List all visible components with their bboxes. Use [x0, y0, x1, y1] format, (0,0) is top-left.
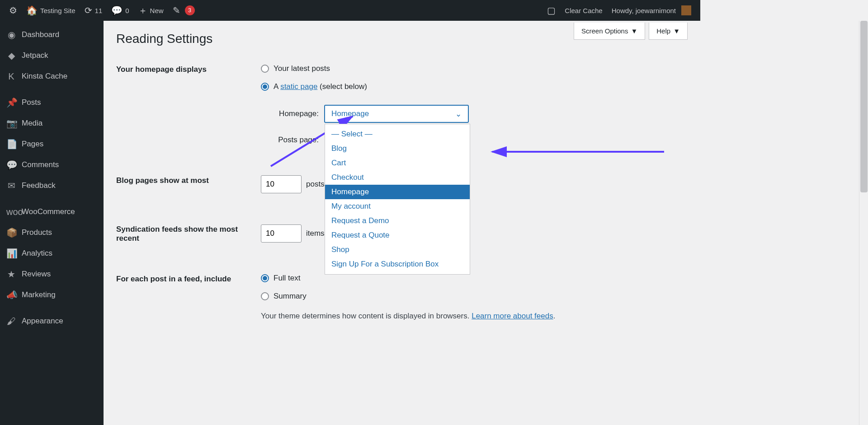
- feed-include-label: For each post in a feed, include: [116, 274, 252, 321]
- sidebar-item-posts[interactable]: 📌Posts: [0, 92, 104, 113]
- sidebar-item-pages[interactable]: 📄Pages: [0, 134, 104, 154]
- content-area: Screen Options ▼ Help ▼ Reading Settings…: [104, 21, 700, 425]
- blog-pages-label: Blog pages show at most: [116, 175, 252, 193]
- plus-icon: ＋: [138, 6, 147, 15]
- sidebar-item-label: Posts: [22, 98, 41, 107]
- radio-full-text[interactable]: Full text: [261, 274, 595, 283]
- sidebar-item-analytics[interactable]: 📊Analytics: [0, 243, 104, 264]
- yoast-icon: ✎: [173, 6, 180, 15]
- comments-count: 0: [125, 7, 129, 14]
- dropdown-option[interactable]: Shop: [325, 243, 470, 257]
- admin-toolbar: ⚙ 🏠Testing Site ⟳11 💬0 ＋New ✎3 ▢ Clear C…: [0, 0, 700, 21]
- kinsta-icon: K: [6, 72, 16, 81]
- radio-static-page[interactable]: A static page (select below): [261, 82, 595, 91]
- reviews-icon: ★: [6, 270, 16, 279]
- dropdown-option[interactable]: Blog: [325, 141, 470, 156]
- update-icon: ⟳: [85, 6, 92, 15]
- syndication-unit: items: [306, 229, 325, 238]
- marketing-icon: 📣: [6, 290, 16, 299]
- feedback-icon: ✉: [6, 181, 16, 190]
- feed-note: Your theme determines how content is dis…: [261, 312, 595, 321]
- chevron-down-icon: ▼: [673, 27, 680, 35]
- jetpack-icon: ◆: [6, 51, 16, 60]
- sidebar-item-marketing[interactable]: 📣Marketing: [0, 285, 104, 305]
- comments-bubble[interactable]: 💬0: [107, 0, 133, 21]
- site-name: Testing Site: [40, 7, 75, 14]
- dropdown-option[interactable]: Request a Demo: [325, 214, 470, 228]
- radio-icon: [261, 83, 269, 91]
- chevron-down-icon: ▼: [631, 27, 637, 35]
- sidebar-item-label: Marketing: [22, 290, 56, 299]
- sidebar-item-reviews[interactable]: ★Reviews: [0, 264, 104, 285]
- help-tab[interactable]: Help ▼: [649, 23, 688, 40]
- select-value: Homepage: [331, 109, 369, 118]
- howdy-text: Howdy, joewarnimont: [612, 7, 676, 14]
- sidebar-item-woocommerce[interactable]: wooWooCommerce: [0, 201, 104, 222]
- clear-cache[interactable]: Clear Cache: [560, 0, 607, 21]
- sidebar-item-comments[interactable]: 💬Comments: [0, 154, 104, 175]
- admin-sidebar: ◉Dashboard◆JetpackKKinsta Cache📌Posts📷Me…: [0, 21, 104, 425]
- dropdown-option[interactable]: Checkout: [325, 170, 470, 185]
- blog-pages-input[interactable]: [261, 175, 302, 193]
- wp-logo[interactable]: ⚙: [5, 0, 22, 21]
- new-label: New: [150, 7, 164, 14]
- feed-include-field: Full text Summary Your theme determines …: [261, 274, 595, 321]
- sidebar-item-products[interactable]: 📦Products: [0, 222, 104, 243]
- static-page-link[interactable]: static page: [280, 82, 317, 91]
- my-account[interactable]: Howdy, joewarnimont: [607, 0, 696, 21]
- homepage-displays-label: Your homepage displays: [116, 64, 252, 145]
- dropdown-option[interactable]: Sign Up For a Subscription Box: [325, 257, 470, 271]
- sidebar-item-label: Feedback: [22, 181, 56, 190]
- radio-label: Summary: [274, 292, 307, 301]
- text: (select below): [317, 82, 367, 91]
- sidebar-item-appearance[interactable]: 🖌Appearance: [0, 311, 104, 332]
- yoast-seo[interactable]: ✎3: [168, 0, 199, 21]
- sidebar-item-label: Kinsta Cache: [22, 72, 67, 81]
- sidebar-item-label: Dashboard: [22, 30, 59, 39]
- dropdown-option[interactable]: Cart: [325, 156, 470, 170]
- dropdown-option[interactable]: — Select —: [325, 127, 470, 141]
- text: .: [553, 312, 556, 320]
- new-content[interactable]: ＋New: [134, 0, 168, 21]
- sidebar-item-media[interactable]: 📷Media: [0, 113, 104, 134]
- sidebar-item-kinsta-cache[interactable]: KKinsta Cache: [0, 66, 104, 87]
- feeds-learn-more-link[interactable]: Learn more about feeds: [472, 312, 553, 320]
- sidebar-item-label: Products: [22, 228, 52, 237]
- sidebar-item-label: WooCommerce: [22, 207, 75, 216]
- text: Your theme determines how content is dis…: [261, 312, 472, 320]
- dropdown-option[interactable]: Homepage: [325, 185, 470, 199]
- sidebar-item-jetpack[interactable]: ◆Jetpack: [0, 45, 104, 66]
- syndication-label: Syndication feeds show the most recent: [116, 224, 252, 243]
- updates[interactable]: ⟳11: [80, 0, 107, 21]
- wordpress-icon: ⚙: [9, 6, 17, 15]
- media-icon: 📷: [6, 119, 16, 128]
- radio-summary[interactable]: Summary: [261, 292, 595, 301]
- scrollbar-thumb[interactable]: [860, 21, 868, 192]
- homepage-select[interactable]: Homepage ⌄ — Select —BlogCartCheckoutHom…: [324, 105, 469, 123]
- sidebar-item-dashboard[interactable]: ◉Dashboard: [0, 24, 104, 45]
- homepage-select-label: Homepage:: [274, 109, 319, 118]
- clear-cache-label: Clear Cache: [565, 7, 602, 14]
- avatar: [681, 5, 691, 15]
- posts-icon: 📌: [6, 98, 16, 107]
- screen-options-tab[interactable]: Screen Options ▼: [574, 23, 645, 40]
- screen-options-label: Screen Options: [581, 27, 628, 35]
- chevron-down-icon: ⌄: [455, 109, 462, 119]
- yoast-badge: 3: [185, 5, 195, 15]
- notifications-icon[interactable]: ▢: [542, 0, 560, 21]
- products-icon: 📦: [6, 228, 16, 237]
- dropdown-option[interactable]: Request a Quote: [325, 228, 470, 243]
- radio-icon: [261, 65, 269, 73]
- vertical-scrollbar[interactable]: [859, 21, 868, 425]
- bell-icon: ▢: [547, 6, 556, 15]
- dropdown-option[interactable]: My account: [325, 199, 470, 214]
- sidebar-item-feedback[interactable]: ✉Feedback: [0, 175, 104, 196]
- sidebar-item-label: Pages: [22, 140, 43, 149]
- radio-latest-posts[interactable]: Your latest posts: [261, 64, 595, 73]
- pages-icon: 📄: [6, 140, 16, 149]
- site-home[interactable]: 🏠Testing Site: [22, 0, 80, 21]
- radio-label: Full text: [274, 274, 301, 283]
- sidebar-item-label: Analytics: [22, 249, 52, 258]
- postspage-select-label: Posts page:: [274, 135, 319, 145]
- syndication-input[interactable]: [261, 224, 302, 243]
